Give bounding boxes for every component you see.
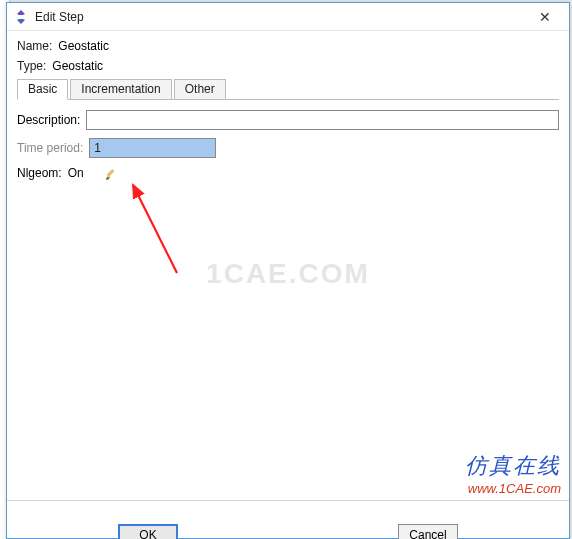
name-row: Name: Geostatic [17, 39, 559, 53]
tab-incrementation[interactable]: Incrementation [70, 79, 171, 99]
tab-label: Basic [28, 82, 57, 96]
cancel-button-label: Cancel [409, 528, 446, 539]
branding: 仿真在线 www.1CAE.com [465, 451, 561, 496]
tab-basic[interactable]: Basic [17, 79, 68, 100]
branding-url: www.1CAE.com [465, 481, 561, 496]
dialog-footer: OK Cancel [7, 500, 569, 538]
titlebar: Edit Step ✕ [7, 3, 569, 31]
time-period-input [89, 138, 216, 158]
name-value: Geostatic [58, 39, 109, 53]
nlgeom-label: Nlgeom: [17, 166, 62, 180]
tab-bar: Basic Incrementation Other [17, 79, 559, 100]
time-period-row: Time period: [17, 138, 559, 158]
description-row: Description: [17, 110, 559, 130]
ok-button[interactable]: OK [118, 524, 178, 539]
time-period-label: Time period: [17, 141, 83, 155]
watermark-text: 1CAE.COM [206, 258, 370, 290]
svg-rect-0 [19, 15, 23, 19]
description-input[interactable] [86, 110, 559, 130]
name-label: Name: [17, 39, 52, 53]
svg-rect-2 [106, 169, 114, 177]
nlgeom-row: Nlgeom: On [17, 166, 559, 180]
nlgeom-value: On [68, 166, 84, 180]
tab-label: Other [185, 82, 215, 96]
type-row: Type: Geostatic [17, 59, 559, 73]
ok-button-label: OK [139, 528, 156, 539]
tab-other[interactable]: Other [174, 79, 226, 99]
edit-pencil-icon[interactable] [106, 166, 120, 180]
app-icon [13, 9, 29, 25]
type-label: Type: [17, 59, 46, 73]
window-title: Edit Step [35, 10, 525, 24]
tab-label: Incrementation [81, 82, 160, 96]
close-button[interactable]: ✕ [525, 4, 565, 30]
edit-step-dialog: Edit Step ✕ Name: Geostatic Type: Geosta… [6, 2, 570, 539]
dialog-content: Name: Geostatic Type: Geostatic Basic In… [7, 31, 569, 190]
branding-cn: 仿真在线 [465, 451, 561, 481]
description-label: Description: [17, 113, 80, 127]
tab-body-basic: Description: Time period: Nlgeom: On [17, 100, 559, 180]
cancel-button[interactable]: Cancel [398, 524, 458, 539]
svg-line-4 [133, 185, 177, 273]
type-value: Geostatic [52, 59, 103, 73]
close-icon: ✕ [539, 9, 551, 25]
